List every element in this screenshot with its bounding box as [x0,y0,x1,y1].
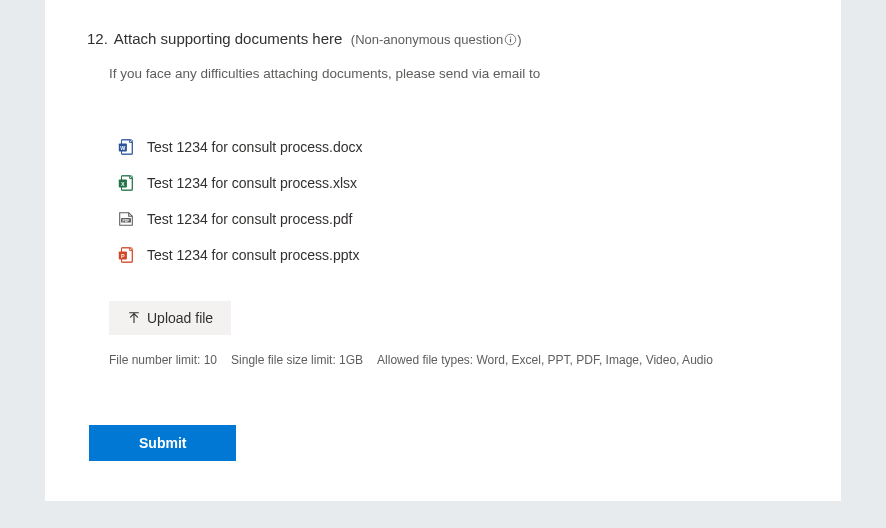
file-name: Test 1234 for consult process.pptx [147,247,359,263]
svg-point-1 [510,36,511,37]
submit-button[interactable]: Submit [89,425,236,461]
upload-arrow-icon [127,311,141,325]
file-limits: File number limit: 10 Single file size l… [109,353,799,367]
question-header: 12. Attach supporting documents here (No… [87,30,799,48]
question-meta: (Non-anonymous question ) [351,32,522,47]
pdf-icon: PDF [117,210,135,228]
file-item[interactable]: X Test 1234 for consult process.xlsx [117,165,799,201]
excel-icon: X [117,174,135,192]
form-card: 12. Attach supporting documents here (No… [45,0,841,501]
question-meta-prefix: (Non-anonymous question [351,32,503,47]
file-item[interactable]: PDF Test 1234 for consult process.pdf [117,201,799,237]
powerpoint-icon: P [117,246,135,264]
file-item[interactable]: W Test 1234 for consult process.docx [117,129,799,165]
file-number-limit: File number limit: 10 [109,353,217,367]
file-name: Test 1234 for consult process.xlsx [147,175,357,191]
question-title: Attach supporting documents here [114,30,342,47]
file-name: Test 1234 for consult process.pdf [147,211,352,227]
svg-text:X: X [121,181,125,187]
svg-text:P: P [121,253,125,259]
file-list: W Test 1234 for consult process.docx X T… [117,129,799,273]
file-item[interactable]: P Test 1234 for consult process.pptx [117,237,799,273]
svg-text:PDF: PDF [123,219,130,223]
info-icon[interactable] [504,33,517,46]
word-icon: W [117,138,135,156]
upload-button-label: Upload file [147,310,213,326]
file-size-limit: Single file size limit: 1GB [231,353,363,367]
question-meta-suffix: ) [517,32,521,47]
svg-rect-2 [510,39,511,43]
question-description: If you face any difficulties attaching d… [109,66,799,81]
question-number: 12. [87,30,108,47]
submit-button-label: Submit [139,435,186,451]
file-types-allowed: Allowed file types: Word, Excel, PPT, PD… [377,353,713,367]
upload-file-button[interactable]: Upload file [109,301,231,335]
file-name: Test 1234 for consult process.docx [147,139,363,155]
